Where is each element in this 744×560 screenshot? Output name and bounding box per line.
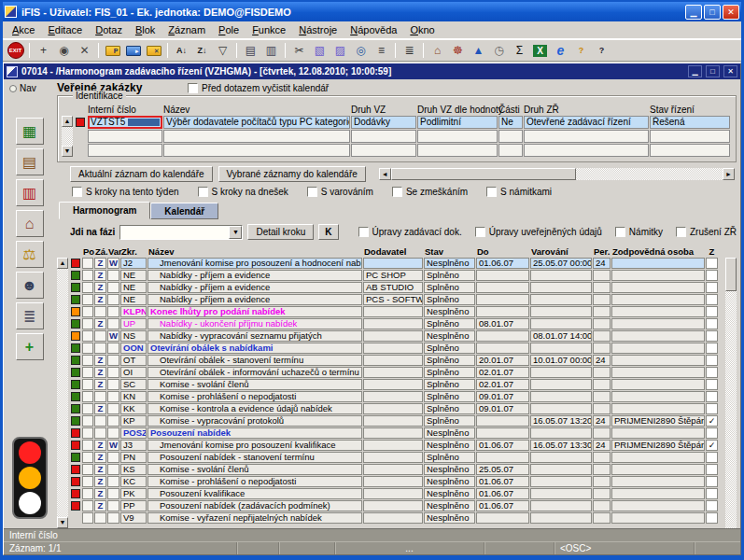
cell-osoba[interactable] <box>611 379 705 390</box>
menu-pole[interactable]: Pole <box>213 22 245 37</box>
cell-za[interactable]: Z <box>94 488 106 499</box>
table-row[interactable]: ZKCKomise - prohlášení o nepodjatostiNes… <box>69 476 724 487</box>
cell-nazev[interactable]: Otevírání obálek - stanovení termínu <box>147 355 362 366</box>
cell-do[interactable] <box>476 282 529 293</box>
cell-stav[interactable]: Nesplněno <box>424 512 475 524</box>
cell-stav[interactable]: Nesplněno <box>424 440 475 451</box>
cell-nazev[interactable]: Posouzení nabídek <box>147 427 362 439</box>
cell-dodavatel[interactable] <box>363 464 423 475</box>
cell-osoba[interactable] <box>611 476 705 487</box>
cell-z-checkbox[interactable] <box>706 391 718 402</box>
titlebar[interactable]: iFIS - Uživatel: FIS_01 - Ek. jednotka: … <box>3 2 741 21</box>
cell-stav[interactable]: Splněno <box>424 294 475 305</box>
cell-nazev[interactable]: Posouzení nabídek (zadávacích podmínek) <box>147 500 362 511</box>
menu-okno[interactable]: Okno <box>404 22 440 37</box>
menu-blok[interactable]: Blok <box>130 22 161 37</box>
menu-napoveda[interactable]: Nápověda <box>344 22 402 37</box>
cell-var[interactable] <box>107 355 119 366</box>
cell-po[interactable] <box>82 464 93 475</box>
selected-records-to-calendar-button[interactable]: Vybrané záznamy do kalendáře <box>218 166 366 182</box>
cell-dodavatel[interactable] <box>363 343 423 354</box>
cell-var[interactable]: W <box>107 330 119 342</box>
cell-var[interactable] <box>107 343 119 354</box>
cell-za[interactable] <box>94 391 106 402</box>
cell-per[interactable]: 24 <box>593 258 611 269</box>
cell-stav[interactable]: Splněno <box>424 270 475 281</box>
cell-za[interactable]: Z <box>94 367 106 378</box>
cell-po[interactable] <box>82 258 93 269</box>
cell-osoba[interactable] <box>611 282 705 293</box>
cell-varovani[interactable] <box>530 476 592 487</box>
cell-po[interactable] <box>82 440 93 451</box>
cell-za[interactable]: Z <box>94 355 106 366</box>
cell-osoba[interactable] <box>611 403 705 414</box>
cell-varovani[interactable] <box>530 367 592 378</box>
cell-nazev[interactable]: Komise - kontrola a evidence údajů nabíd… <box>147 403 362 414</box>
cell-dodavatel[interactable] <box>363 427 423 439</box>
cell-per[interactable] <box>593 403 611 414</box>
cell-varovani[interactable] <box>530 270 592 281</box>
cell-z-checkbox[interactable] <box>706 367 718 378</box>
organization-icon[interactable]: ⌂ <box>428 41 447 60</box>
module-person-icon[interactable]: ☻ <box>16 272 44 299</box>
cell-var[interactable] <box>107 488 119 499</box>
cell-stav[interactable]: Splněno <box>424 367 475 378</box>
cell-var[interactable] <box>107 464 119 475</box>
cell-zkr[interactable]: POSZ <box>120 427 147 439</box>
cell-varovani[interactable] <box>530 452 592 463</box>
cell-zkr[interactable]: V9 <box>120 512 147 524</box>
cell-per[interactable] <box>593 367 611 378</box>
copy-icon[interactable]: ▨ <box>330 41 350 60</box>
cell-dodavatel[interactable] <box>363 500 423 511</box>
cell-za[interactable] <box>94 306 106 317</box>
tab-harmonogram[interactable]: Harmonogram <box>59 202 150 219</box>
cell-var[interactable] <box>107 318 119 329</box>
intern-cislo-field[interactable]: VZTST5 <box>88 116 162 129</box>
cell-do[interactable] <box>476 306 529 317</box>
cell-zkr[interactable]: KC <box>120 476 147 487</box>
list-detail-icon[interactable]: ≣ <box>400 41 419 60</box>
scroll-left-icon[interactable]: ◄ <box>379 168 391 180</box>
cell-za[interactable] <box>94 415 106 427</box>
cell-dodavatel[interactable] <box>363 318 423 329</box>
module-toolbox-icon[interactable]: ▥ <box>16 179 44 206</box>
cell-po[interactable] <box>82 391 93 402</box>
cell-varovani[interactable]: 16.05.07 13:30 <box>530 440 592 451</box>
cell-zkr[interactable]: KLPN <box>120 306 147 317</box>
record-find-icon[interactable]: ◉ <box>54 41 74 60</box>
cell-z-checkbox[interactable] <box>706 512 718 524</box>
cell-dodavatel[interactable] <box>363 258 423 269</box>
cell-per[interactable] <box>593 464 611 475</box>
cell-dodavatel[interactable] <box>363 488 423 499</box>
cell-po[interactable] <box>82 452 93 463</box>
cell-za[interactable]: Z <box>94 294 106 305</box>
cell-po[interactable] <box>82 306 93 317</box>
search-icon[interactable]: ◎ <box>351 41 371 60</box>
cell-osoba[interactable] <box>611 500 705 511</box>
cell-dodavatel[interactable] <box>363 330 423 342</box>
scroll-up-icon[interactable]: ▲ <box>57 258 68 269</box>
navigator-icon[interactable]: ☸ <box>448 41 468 60</box>
cell-do[interactable] <box>476 330 529 342</box>
cell-per[interactable] <box>593 476 611 487</box>
cell-stav[interactable]: Nesplněno <box>424 258 475 269</box>
stav-rizeni-field[interactable] <box>650 130 730 143</box>
cell-osoba[interactable] <box>611 427 705 439</box>
cell-do[interactable] <box>476 415 529 427</box>
cell-per[interactable] <box>593 330 611 342</box>
cell-varovani[interactable] <box>530 306 592 317</box>
cell-zkr[interactable]: PN <box>120 452 147 463</box>
cell-za[interactable]: Z <box>94 476 106 487</box>
cell-osoba[interactable] <box>611 330 705 342</box>
filter-icon[interactable]: ▽ <box>213 41 232 60</box>
cell-var[interactable] <box>107 306 119 317</box>
cell-var[interactable]: W <box>107 258 119 269</box>
cell-nazev[interactable]: Komise - svolání členů <box>147 379 362 390</box>
cell-dodavatel[interactable] <box>363 415 423 427</box>
nazev-field[interactable]: Výběr dodavatele počítačů typu PC katego… <box>163 116 350 129</box>
mdi-close-button[interactable]: ✕ <box>723 65 737 77</box>
nav-toggle[interactable]: Nav <box>9 83 36 93</box>
druh-zr-field[interactable] <box>524 130 649 143</box>
cell-do[interactable] <box>476 512 529 524</box>
excel-icon[interactable]: X <box>530 41 550 60</box>
